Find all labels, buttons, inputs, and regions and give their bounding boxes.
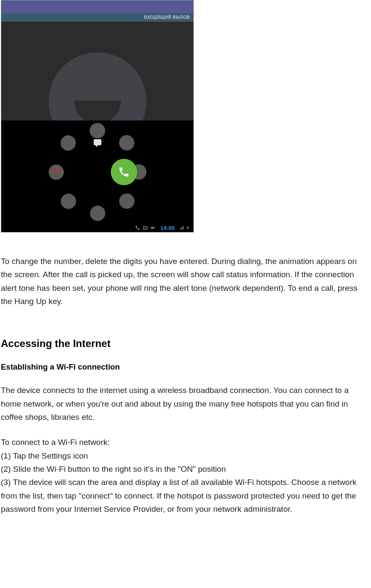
decline-call-icon[interactable] (50, 165, 62, 179)
svg-rect-5 (187, 227, 189, 229)
answer-ring[interactable] (49, 123, 147, 221)
heading-accessing-internet: Accessing the Internet (1, 338, 370, 350)
wifi-steps-block: To connect to a Wi-Fi network: (1) Tap t… (1, 436, 370, 516)
paragraph-wifi-intro: The device connects to the internet usin… (1, 384, 370, 424)
call-ring-area (1, 120, 193, 224)
status-right-icons (180, 225, 191, 230)
signal-bar-icon (187, 225, 191, 230)
screenshot-header-blank (1, 0, 193, 13)
caller-avatar (49, 52, 147, 120)
status-time: 14:05 (161, 225, 175, 231)
message-icon[interactable] (94, 139, 101, 145)
accept-call-button[interactable] (111, 159, 137, 185)
signal-icon (180, 225, 185, 230)
phone-status-icon (135, 225, 140, 230)
screenshot-status-bar: 14:05 (1, 224, 193, 232)
image-status-icon (143, 225, 148, 230)
incoming-call-bar: ВХОДЯЩИЙ ВЫЗОВ (1, 13, 193, 22)
svg-rect-4 (151, 227, 153, 228)
paragraph-dialing: To change the number, delete the digits … (1, 255, 370, 308)
steps-intro: To connect to a Wi-Fi network: (1, 436, 370, 449)
step-1: (1) Tap the Settings icon (1, 449, 370, 462)
step-3: (3) The device will scan the area and di… (1, 476, 370, 516)
phone-screenshot: ВХОДЯЩИЙ ВЫЗОВ 14:05 (1, 0, 194, 232)
subheading-wifi: Establishing a Wi-Fi connection (1, 362, 370, 372)
status-left-icons (135, 225, 155, 230)
caller-avatar-area (1, 22, 193, 120)
avatar-mouth (74, 100, 121, 121)
step-2: (2) Slide the Wi-Fi button to the right … (1, 462, 370, 476)
svg-point-1 (144, 227, 145, 228)
svg-rect-3 (155, 227, 155, 228)
battery-status-icon (150, 225, 155, 230)
